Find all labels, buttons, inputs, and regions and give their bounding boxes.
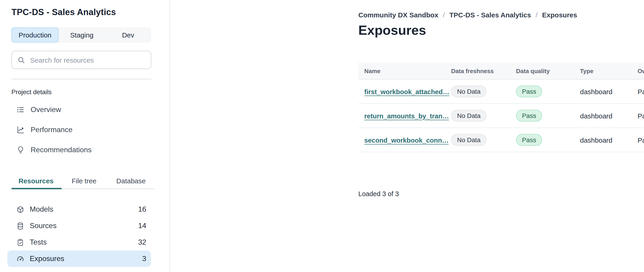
breadcrumb: Community DX Sandbox / TPC-DS - Sales An… [358,11,577,19]
sidebar-resource-tests[interactable]: Tests 32 [7,234,151,250]
project-nav: Overview Performance [12,100,151,160]
line-chart-icon [16,126,25,134]
list-icon [16,106,25,114]
breadcrumb-separator: / [536,11,538,19]
sidebar-item-label: Performance [30,126,72,134]
package-icon [16,206,24,213]
gauge-icon [16,255,24,263]
env-tab-production[interactable]: Production [12,28,59,42]
project-details-label: Project details [12,88,52,96]
page-title: Exposures [358,23,426,38]
column-header-owner: Owner [638,68,644,74]
table-header-row: Name Data freshness Data quality Type Ow… [358,63,644,80]
resource-list: Models 16 Sources 14 [7,201,151,272]
active-tab-underline [12,188,62,189]
resource-tabs: Resources File tree Database [12,174,154,189]
resource-search [12,51,151,69]
sidebar: TPC-DS - Sales Analytics Production Stag… [0,0,170,272]
column-header-data-freshness: Data freshness [451,68,516,74]
loaded-status: Loaded 3 of 3 [358,190,399,198]
app-window: TPC-DS - Sales Analytics Production Stag… [0,0,644,272]
breadcrumb-separator: / [443,11,445,19]
table-row: first_workbook_attached… No Data Pass da… [358,80,644,104]
exposure-name-link[interactable]: return_amounts_by_tran… [364,112,449,120]
resource-count: 16 [138,205,146,214]
quality-badge: Pass [516,134,542,146]
table-row: second_workbook_conn… No Data Pass dashb… [358,128,644,152]
resource-label: Tests [30,238,47,246]
tab-resources[interactable]: Resources [12,174,60,188]
quality-badge: Pass [516,110,542,122]
table-footer: Loaded 3 of 3 Show: 10 Rows [358,185,644,203]
sidebar-item-performance[interactable]: Performance [12,120,151,140]
sidebar-item-label: Recommendations [30,146,92,154]
freshness-badge: No Data [451,134,486,146]
table-body: first_workbook_attached… No Data Pass da… [358,80,644,152]
sidebar-item-recommendations[interactable]: Recommendations [12,140,151,160]
project-title: TPC-DS - Sales Analytics [12,7,116,17]
lightbulb-icon [16,146,25,154]
search-input[interactable] [29,56,145,64]
exposure-name-link[interactable]: first_workbook_attached… [364,88,449,95]
sidebar-item-label: Overview [30,106,61,114]
type-cell: dashboard [580,112,638,120]
search-icon [17,56,25,64]
sidebar-resource-sources[interactable]: Sources 14 [7,218,151,234]
table-row: return_amounts_by_tran… No Data Pass das… [358,104,644,128]
column-header-data-quality: Data quality [516,68,580,74]
tab-database[interactable]: Database [108,174,154,188]
freshness-badge: No Data [451,86,486,97]
clipboard-check-icon [16,238,24,246]
type-cell: dashboard [580,136,638,144]
environment-tabs: Production Staging Dev [12,28,151,42]
resource-count: 3 [142,255,146,263]
sidebar-divider [12,79,151,80]
type-cell: dashboard [580,88,638,95]
resource-count: 14 [138,222,146,230]
quality-badge: Pass [516,86,542,97]
resource-label: Models [30,205,53,214]
breadcrumb-project[interactable]: TPC-DS - Sales Analytics [449,11,531,19]
breadcrumb-account[interactable]: Community DX Sandbox [358,11,438,19]
breadcrumb-current: Exposures [542,11,577,19]
env-tab-dev[interactable]: Dev [105,28,151,42]
resource-label: Exposures [30,255,64,263]
sidebar-resource-exposures[interactable]: Exposures 3 [7,250,151,267]
column-header-type: Type [580,68,638,74]
freshness-badge: No Data [451,110,486,122]
resource-label: Sources [30,222,56,230]
database-icon [16,222,24,230]
main-content: Community DX Sandbox / TPC-DS - Sales An… [170,0,644,272]
owner-cell: Partner Engineering [638,136,644,144]
column-header-name: Name [364,68,451,74]
sidebar-resource-item-partial[interactable] [7,271,151,272]
owner-cell: Partner Engineering [638,112,644,120]
resource-count: 32 [138,238,146,246]
owner-cell: Partner Engineering [638,88,644,95]
sidebar-resource-models[interactable]: Models 16 [7,201,151,218]
env-tab-staging[interactable]: Staging [59,28,105,42]
sidebar-item-overview[interactable]: Overview [12,100,151,120]
exposure-name-link[interactable]: second_workbook_conn… [364,136,448,144]
tab-file-tree[interactable]: File tree [60,174,108,188]
exposures-table: Name Data freshness Data quality Type Ow… [358,63,644,152]
